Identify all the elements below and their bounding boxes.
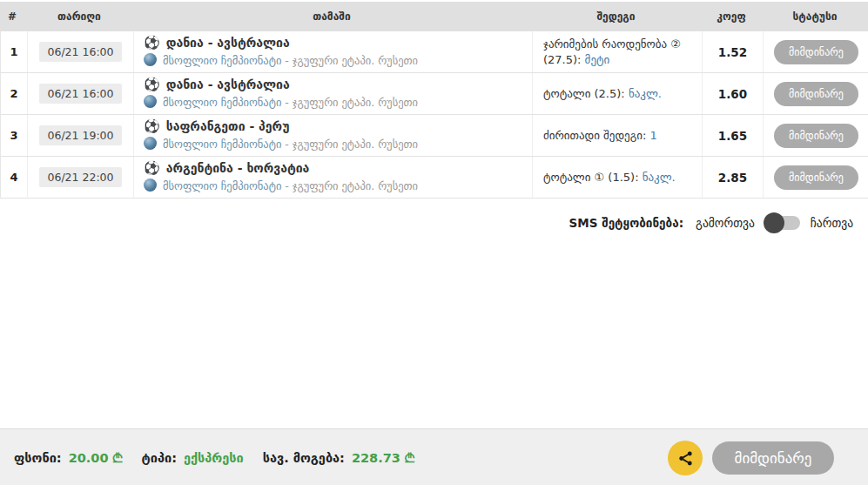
header-date: თარიღი <box>26 10 132 23</box>
league-link[interactable]: მსოფლიო ჩემპიონატი <box>163 179 281 192</box>
header-result: შედეგი <box>531 10 701 23</box>
league-icon <box>144 137 157 150</box>
coef-value: 1.60 <box>702 73 763 114</box>
type-value: ექსპრესი <box>184 451 244 465</box>
match-teams[interactable]: დანია - ავსტრალია <box>166 36 290 50</box>
result-link[interactable]: ნაკლ. <box>643 171 676 184</box>
row-number: 3 <box>1 115 27 156</box>
league-icon <box>144 95 157 108</box>
league-link[interactable]: მსოფლიო ჩემპიონატი <box>163 138 281 151</box>
soccer-ball-icon: ⚽ <box>144 37 160 50</box>
stake-label: ფსონი: <box>14 451 62 465</box>
sms-label: SMS შეტყობინება: <box>569 216 683 230</box>
league-suffix: - ჯგუფური ეტაპი. რუსეთი <box>281 179 418 192</box>
table-row: 3 06/21 19:00 ⚽ საფრანგეთი - პერუ მსოფლი… <box>1 115 868 157</box>
match-date: 06/21 22:00 <box>39 167 121 187</box>
toggle-knob <box>764 212 784 233</box>
share-icon <box>677 450 694 467</box>
sms-toggle[interactable] <box>765 216 800 230</box>
row-number: 1 <box>1 31 27 72</box>
row-number: 2 <box>1 73 27 114</box>
table-header: # თარიღი თამაში შედეგი კოეფ სტატუსი <box>0 2 868 31</box>
sms-notification-row: SMS შეტყობინება: გამორთვა ჩართვა <box>0 216 868 230</box>
soccer-ball-icon: ⚽ <box>144 162 160 175</box>
sms-on-label: ჩართვა <box>811 216 853 230</box>
header-num: # <box>0 10 26 23</box>
table-row: 2 06/21 16:00 ⚽ დანია - ავსტრალია მსოფლი… <box>1 73 868 115</box>
league-link[interactable]: მსოფლიო ჩემპიონატი <box>163 54 281 67</box>
table-row: 4 06/21 22:00 ⚽ არგენტინა - ხორვატია მსო… <box>1 157 868 199</box>
status-badge: მიმდინარე <box>774 40 858 64</box>
current-status-button[interactable]: მიმდინარე <box>712 441 834 475</box>
match-teams[interactable]: არგენტინა - ხორვატია <box>166 161 310 175</box>
bet-summary-bar: ფსონი: 20.00 ₾ ტიპი: ექსპრესი სავ. მოგებ… <box>0 428 868 485</box>
result-text: ტოტალი ① (1.5): <box>543 171 643 184</box>
league-icon <box>144 53 157 66</box>
status-badge: მიმდინარე <box>774 165 858 190</box>
result-text: ტოტალი (2.5): <box>543 87 629 100</box>
match-date: 06/21 16:00 <box>39 84 121 104</box>
header-game: თამაში <box>132 10 531 23</box>
result-link[interactable]: 1 <box>649 129 656 142</box>
soccer-ball-icon: ⚽ <box>144 78 160 91</box>
win-label: სავ. მოგება: <box>263 451 345 465</box>
coef-value: 1.52 <box>702 31 763 72</box>
share-button[interactable] <box>668 441 703 475</box>
coef-value: 2.85 <box>702 157 763 198</box>
league-suffix: - ჯგუფური ეტაპი. რუსეთი <box>281 54 418 67</box>
status-badge: მიმდინარე <box>774 82 858 106</box>
result-text: ჯარიმების რაოდენობა ② (27.5): <box>543 37 681 66</box>
result-text: ძირითადი შედეგი: <box>543 129 649 142</box>
sms-off-label: გამორთვა <box>696 216 755 230</box>
type-label: ტიპი: <box>142 451 177 465</box>
coef-value: 1.65 <box>702 115 763 156</box>
bet-slip-page: # თარიღი თამაში შედეგი კოეფ სტატუსი 1 06… <box>0 2 868 485</box>
match-teams[interactable]: დანია - ავსტრალია <box>166 77 290 91</box>
match-date: 06/21 19:00 <box>39 125 121 145</box>
header-coef: კოეფ <box>701 10 762 23</box>
bets-table: 1 06/21 16:00 ⚽ დანია - ავსტრალია მსოფლი… <box>0 31 868 199</box>
soccer-ball-icon: ⚽ <box>144 120 160 133</box>
table-row: 1 06/21 16:00 ⚽ დანია - ავსტრალია მსოფლი… <box>1 31 868 73</box>
header-status: სტატუსი <box>762 10 868 23</box>
match-date: 06/21 16:00 <box>39 42 121 62</box>
league-suffix: - ჯგუფური ეტაპი. რუსეთი <box>281 138 418 151</box>
row-number: 4 <box>1 157 27 198</box>
stake-value: 20.00 ₾ <box>69 451 123 466</box>
league-suffix: - ჯგუფური ეტაპი. რუსეთი <box>281 96 418 109</box>
status-badge: მიმდინარე <box>774 124 858 148</box>
league-link[interactable]: მსოფლიო ჩემპიონატი <box>163 96 281 109</box>
result-link[interactable]: მეტი <box>585 53 610 66</box>
win-value: 228.73 ₾ <box>352 451 414 466</box>
league-icon <box>144 179 157 192</box>
result-link[interactable]: ნაკლ. <box>629 87 662 100</box>
match-teams[interactable]: საფრანგეთი - პერუ <box>166 119 290 133</box>
